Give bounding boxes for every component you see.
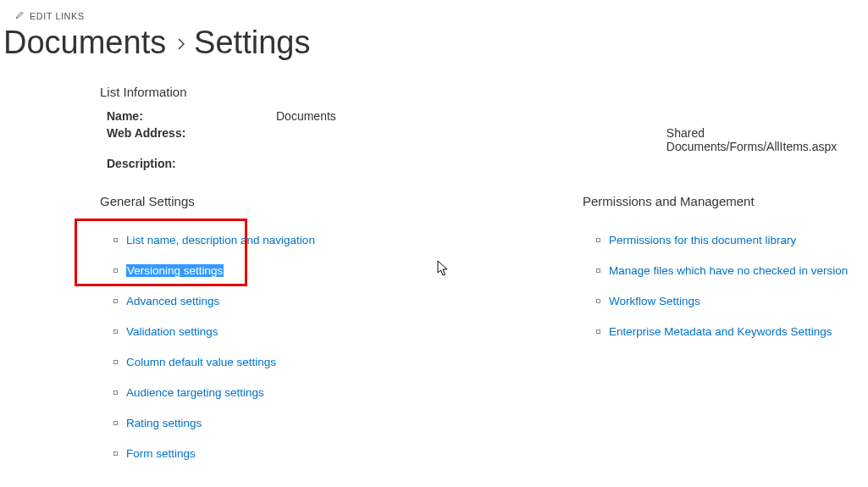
web-address-value: Shared Documents/Forms/AllItems.aspx bbox=[336, 125, 868, 155]
breadcrumb-parent[interactable]: Documents bbox=[3, 25, 166, 60]
bullet-icon bbox=[596, 238, 600, 242]
bullet-icon bbox=[113, 299, 118, 303]
permissions-list: Permissions for this document library Ma… bbox=[583, 234, 848, 338]
name-label: Name: bbox=[100, 108, 276, 125]
bullet-icon bbox=[596, 299, 600, 303]
link-audience-targeting-settings[interactable]: Audience targeting settings bbox=[126, 386, 264, 399]
edit-links-label: EDIT LINKS bbox=[30, 11, 85, 21]
breadcrumb: Documents Settings bbox=[0, 21, 868, 61]
list-item: Column default value settings bbox=[113, 356, 354, 368]
description-label: Description: bbox=[100, 155, 276, 172]
breadcrumb-current: Settings bbox=[194, 25, 310, 60]
chevron-right-icon bbox=[177, 21, 185, 58]
link-permissions-library[interactable]: Permissions for this document library bbox=[609, 234, 796, 246]
bullet-icon bbox=[596, 268, 600, 273]
list-item: Manage files which have no checked in ve… bbox=[596, 264, 848, 277]
list-item: Form settings bbox=[113, 447, 354, 460]
list-item: Rating settings bbox=[113, 417, 354, 429]
list-information-table: Name: Documents Web Address: Shared Docu… bbox=[100, 108, 868, 172]
list-item: Versioning settings bbox=[113, 264, 354, 277]
list-item: Permissions for this document library bbox=[596, 234, 848, 246]
bullet-icon bbox=[113, 451, 118, 456]
link-advanced-settings[interactable]: Advanced settings bbox=[126, 295, 219, 307]
link-manage-files-no-checkin[interactable]: Manage files which have no checked in ve… bbox=[609, 264, 848, 277]
name-value: Documents bbox=[276, 108, 336, 125]
bullet-icon bbox=[113, 421, 118, 425]
link-form-settings[interactable]: Form settings bbox=[126, 447, 196, 460]
pencil-icon bbox=[15, 10, 25, 21]
link-validation-settings[interactable]: Validation settings bbox=[126, 325, 218, 338]
link-versioning-settings[interactable]: Versioning settings bbox=[127, 264, 223, 277]
general-settings-heading: General Settings bbox=[100, 194, 354, 208]
bullet-icon bbox=[113, 390, 118, 395]
link-rating-settings[interactable]: Rating settings bbox=[126, 417, 202, 429]
link-enterprise-metadata-keywords[interactable]: Enterprise Metadata and Keywords Setting… bbox=[609, 325, 832, 338]
list-item: Audience targeting settings bbox=[113, 386, 354, 399]
web-address-label: Web Address: bbox=[100, 125, 276, 155]
bullet-icon bbox=[113, 329, 118, 334]
list-item: Validation settings bbox=[113, 325, 354, 338]
list-item: Workflow Settings bbox=[596, 295, 848, 307]
link-workflow-settings[interactable]: Workflow Settings bbox=[609, 295, 700, 307]
bullet-icon bbox=[113, 360, 118, 364]
bullet-icon bbox=[113, 268, 118, 273]
list-item: List name, description and navigation bbox=[113, 234, 354, 246]
list-item: Advanced settings bbox=[113, 295, 354, 307]
list-information-heading: List Information bbox=[100, 85, 868, 99]
permissions-heading: Permissions and Management bbox=[583, 194, 848, 208]
link-column-default-value-settings[interactable]: Column default value settings bbox=[126, 356, 276, 368]
bullet-icon bbox=[596, 329, 600, 334]
list-item: Enterprise Metadata and Keywords Setting… bbox=[596, 325, 848, 338]
link-list-name-description[interactable]: List name, description and navigation bbox=[126, 234, 315, 246]
general-settings-list: List name, description and navigation Ve… bbox=[100, 234, 354, 460]
bullet-icon bbox=[113, 238, 118, 242]
edit-links-button[interactable]: EDIT LINKS bbox=[0, 0, 868, 21]
